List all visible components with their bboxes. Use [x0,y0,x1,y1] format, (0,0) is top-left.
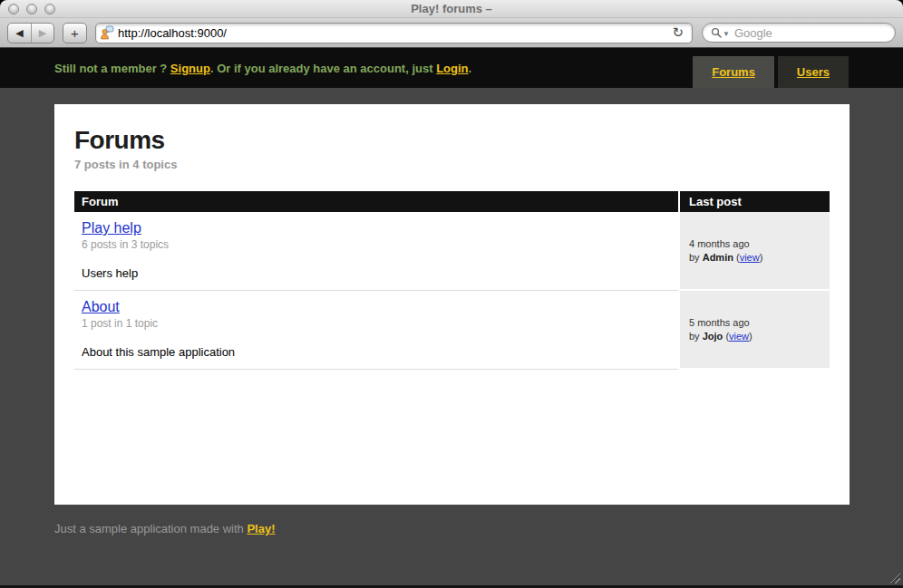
forum-stats: 1 post in 1 topic [82,317,671,330]
forward-button[interactable]: ▶ [31,24,53,43]
last-post-when: 5 months ago [689,316,830,330]
browser-toolbar: ◀ ▶ + http://localhost:9000/ ↻ ▼ Google [0,18,903,48]
forum-description: About this sample application [82,345,671,359]
reload-icon: ↻ [672,24,684,40]
back-icon: ◀ [15,27,23,39]
window-title: Play! forums – [411,2,492,15]
forum-table: Forum Last post Play help 6 posts in 3 t… [74,191,830,370]
last-post-cell: 4 months ago by Admin (view) [678,212,830,291]
login-link[interactable]: Login [436,62,468,75]
paren-close: ) [749,331,752,342]
content-card: Forums 7 posts in 4 topics Forum Last po… [54,104,850,505]
page-title: Forums [74,126,830,155]
search-placeholder: Google [734,26,772,40]
forum-cell: Play help 6 posts in 3 topics Users help [74,212,678,291]
last-post-author: Jojo [703,331,723,342]
member-text-suffix: . [469,62,472,75]
table-row: About 1 post in 1 topic About this sampl… [74,291,830,370]
site-favicon-icon [100,25,114,40]
browser-window: Play! forums – ◀ ▶ + http://localhost:90… [0,0,903,588]
table-row: Play help 6 posts in 3 topics Users help… [74,212,830,291]
table-header: Forum Last post [74,191,830,212]
member-text-middle: . Or if you already have an account, jus… [210,62,436,75]
page-subtitle: 7 posts in 4 topics [74,158,830,171]
view-link[interactable]: view [740,252,760,263]
nav-buttons: ◀ ▶ [7,23,54,43]
tab-forums[interactable]: Forums [693,56,774,88]
last-post-cell: 5 months ago by Jojo (view) [678,291,830,370]
reload-button[interactable]: ↻ [667,24,688,41]
footer-text: Just a sample application made with [54,522,247,535]
forum-stats: 6 posts in 3 topics [82,238,671,251]
column-header-forum: Forum [74,191,678,212]
forum-cell: About 1 post in 1 topic About this sampl… [74,291,678,370]
signup-link[interactable]: Signup [170,62,210,75]
tab-users-label[interactable]: Users [797,65,830,79]
back-button[interactable]: ◀ [8,24,31,43]
forum-link-play-help[interactable]: Play help [82,220,141,236]
titlebar: Play! forums – [0,0,903,18]
search-field[interactable]: ▼ Google [702,23,896,43]
member-text: Still not a member ? Signup. Or if you a… [54,62,471,75]
address-bar[interactable]: http://localhost:9000/ ↻ [95,23,693,43]
search-icon [711,27,722,38]
last-post-by: by Jojo (view) [689,330,830,343]
member-bar: Still not a member ? Signup. Or if you a… [0,48,903,88]
play-framework-link[interactable]: Play! [247,522,275,535]
minimize-window-button[interactable] [26,4,37,14]
page-body: Forums 7 posts in 4 topics Forum Last po… [0,88,903,585]
footer: Just a sample application made with Play… [54,522,903,535]
url-text[interactable]: http://localhost:9000/ [118,26,667,40]
nav-tabs: Forums Users [693,56,849,88]
forum-link-about[interactable]: About [82,299,120,314]
view-link[interactable]: view [729,331,749,342]
member-text-prefix: Still not a member ? [54,62,170,75]
last-post-by: by Admin (view) [689,251,830,265]
close-window-button[interactable] [8,4,19,14]
by-label: by [689,331,700,342]
by-label: by [689,252,700,263]
new-tab-button[interactable]: + [63,23,87,43]
last-post-author: Admin [703,252,733,263]
forward-icon: ▶ [39,27,46,39]
tab-users[interactable]: Users [778,56,849,88]
traffic-lights [8,4,55,14]
search-dropdown-icon[interactable]: ▼ [723,30,730,38]
column-header-last-post: Last post [678,191,830,212]
paren-close: ) [760,252,763,263]
zoom-window-button[interactable] [44,4,55,14]
plus-icon: + [71,25,79,41]
forum-description: Users help [82,266,671,280]
last-post-when: 4 months ago [689,237,830,251]
tab-forums-label[interactable]: Forums [712,65,755,79]
